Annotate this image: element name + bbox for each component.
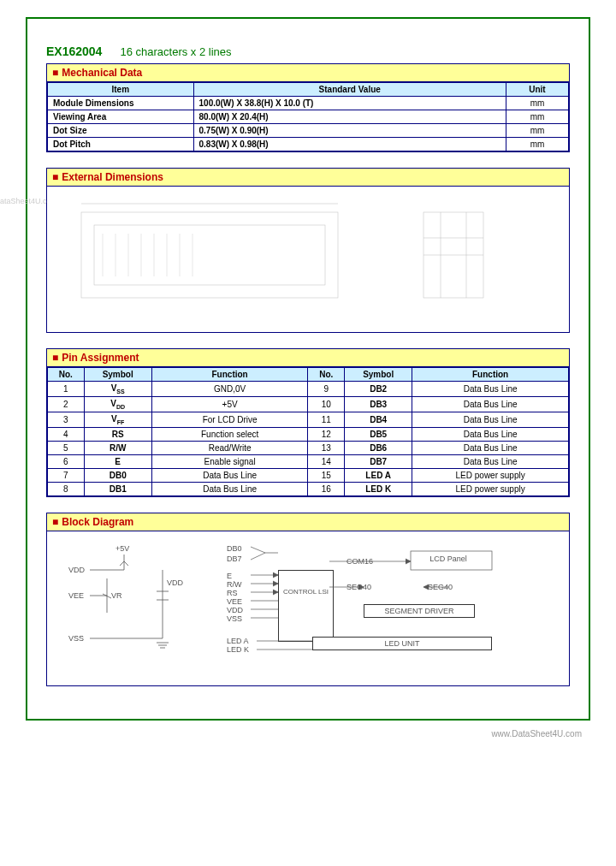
- cell: Data Bus Line: [151, 483, 308, 496]
- table-row: 7DB0Data Bus Line15LED ALED power supply: [48, 469, 569, 483]
- cell: VSS: [84, 382, 151, 397]
- cell: DB0: [84, 469, 151, 483]
- cell: Data Bus Line: [151, 469, 308, 483]
- bullet-icon: ■: [52, 67, 58, 79]
- cell: VFF: [84, 412, 151, 428]
- cell: Dot Size: [48, 124, 194, 138]
- cell: 80.0(W) X 20.4(H): [193, 110, 506, 124]
- cell: 5: [48, 442, 85, 455]
- cell: E: [84, 455, 151, 469]
- pin-assignment-section: ■Pin Assignment No. Symbol Function No. …: [46, 348, 570, 497]
- cell: Dot Pitch: [48, 138, 194, 151]
- bullet-icon: ■: [52, 352, 58, 364]
- cell: 8: [48, 483, 85, 496]
- cell: DB7: [345, 455, 412, 469]
- cell: 7: [48, 469, 85, 483]
- svg-rect-39: [411, 551, 492, 570]
- cell: mm: [506, 97, 568, 110]
- col-std: Standard Value: [193, 83, 506, 97]
- table-row: No. Symbol Function No. Symbol Function: [48, 368, 569, 382]
- cell: Data Bus Line: [412, 442, 569, 455]
- cell: VDD: [84, 397, 151, 412]
- block-diagram-body: +5V VDD VEE VSS VR VDD: [47, 531, 569, 685]
- mechanical-section: ■Mechanical Data Item Standard Value Uni…: [46, 63, 570, 152]
- cell: DB1: [84, 483, 151, 496]
- cell: 9: [308, 382, 345, 397]
- col-no: No.: [48, 368, 85, 382]
- mechanical-header: ■Mechanical Data: [47, 64, 569, 82]
- col-unit: Unit: [506, 83, 568, 97]
- col-sym: Symbol: [84, 368, 151, 382]
- cell: DB5: [345, 428, 412, 442]
- cell: Function select: [151, 428, 308, 442]
- cell: Data Bus Line: [412, 397, 569, 412]
- cell: Enable signal: [151, 455, 308, 469]
- cell: 12: [308, 428, 345, 442]
- cell: DB6: [345, 442, 412, 455]
- pin-assignment-header: ■Pin Assignment: [47, 349, 569, 367]
- external-dimensions-section: ■External Dimensions: [46, 168, 570, 333]
- cell: RS: [84, 428, 151, 442]
- subtitle: 16 characters x 2 lines: [120, 45, 231, 58]
- cell: LED power supply: [412, 469, 569, 483]
- table-row: Item Standard Value Unit: [48, 83, 569, 97]
- block-right-svg: [227, 544, 509, 673]
- table-row: 4RSFunction select12DB5Data Bus Line: [48, 428, 569, 442]
- table-row: Dot Size0.75(W) X 0.90(H)mm: [48, 124, 569, 138]
- external-dimensions-title: External Dimensions: [62, 171, 163, 183]
- cell: 6: [48, 455, 85, 469]
- cell: 10: [308, 397, 345, 412]
- col-fn: Function: [412, 368, 569, 382]
- cell: Viewing Area: [48, 110, 194, 124]
- cell: R/W: [84, 442, 151, 455]
- external-dimensions-header: ■External Dimensions: [47, 169, 569, 187]
- table-row: 3VFFFor LCD Drive11DB4Data Bus Line: [48, 412, 569, 428]
- cell: Data Bus Line: [412, 412, 569, 428]
- block-diagram-section: ■Block Diagram +5V VDD VEE VSS VR VDD: [46, 513, 570, 686]
- mechanical-table: Item Standard Value Unit Module Dimensio…: [47, 82, 569, 151]
- cell: 14: [308, 455, 345, 469]
- col-sym: Symbol: [345, 368, 412, 382]
- mechanical-title: Mechanical Data: [62, 67, 142, 79]
- block-right-schematic: DB0 DB7 E R/W RS VEE VDD VSS LED A LED K…: [227, 544, 552, 673]
- cell: mm: [506, 124, 568, 138]
- table-row: 2VDD+5V10DB3Data Bus Line: [48, 397, 569, 412]
- cell: DB2: [345, 382, 412, 397]
- block-diagram-title: Block Diagram: [62, 516, 133, 528]
- cell: Data Bus Line: [412, 382, 569, 397]
- col-item: Item: [48, 83, 194, 97]
- cell: 1: [48, 382, 85, 397]
- cell: 2: [48, 397, 85, 412]
- table-row: Viewing Area80.0(W) X 20.4(H)mm: [48, 110, 569, 124]
- cell: 13: [308, 442, 345, 455]
- col-no: No.: [308, 368, 345, 382]
- table-row: 1VSSGND,0V9DB2Data Bus Line: [48, 382, 569, 397]
- dimension-drawing: [47, 187, 569, 332]
- cell: GND,0V: [151, 382, 308, 397]
- cell: DB4: [345, 412, 412, 428]
- bullet-icon: ■: [52, 516, 58, 528]
- cell: 15: [308, 469, 345, 483]
- pin-table: No. Symbol Function No. Symbol Function …: [47, 367, 569, 496]
- cell: Module Dimensions: [48, 97, 194, 110]
- cell: LED K: [345, 483, 412, 496]
- col-fn: Function: [151, 368, 308, 382]
- cell: 3: [48, 412, 85, 428]
- cell: Data Bus Line: [412, 455, 569, 469]
- cell: Data Bus Line: [412, 428, 569, 442]
- footer-watermark: www.DataSheet4U.com: [0, 729, 616, 738]
- bullet-icon: ■: [52, 171, 58, 183]
- table-row: Module Dimensions100.0(W) X 38.8(H) X 10…: [48, 97, 569, 110]
- table-row: 5R/WRead/Write13DB6Data Bus Line: [48, 442, 569, 455]
- block-diagram-header: ■Block Diagram: [47, 513, 569, 531]
- cell: 11: [308, 412, 345, 428]
- title-row: EX162004 16 characters x 2 lines: [46, 44, 570, 58]
- cell: Read/Write: [151, 442, 308, 455]
- cell: DB3: [345, 397, 412, 412]
- page-border: EX162004 16 characters x 2 lines ■Mechan…: [26, 17, 590, 721]
- cell: LED power supply: [412, 483, 569, 496]
- cell: mm: [506, 110, 568, 124]
- pin-assignment-title: Pin Assignment: [62, 352, 139, 364]
- cell: For LCD Drive: [151, 412, 308, 428]
- cell: 0.83(W) X 0.98(H): [193, 138, 506, 151]
